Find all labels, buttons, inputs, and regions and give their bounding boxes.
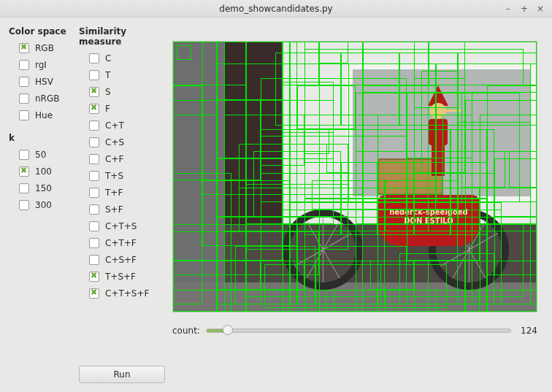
k-item[interactable]: 150 — [19, 181, 73, 196]
similarity-label: C+T+S — [105, 221, 137, 231]
k-label: 150 — [35, 183, 52, 193]
candidate-box — [173, 42, 246, 85]
color-space-item[interactable]: nRGB — [19, 91, 73, 106]
similarity-item[interactable]: C+F — [89, 152, 166, 166]
similarity-checkbox[interactable] — [89, 171, 99, 181]
candidate-box — [283, 290, 326, 312]
right-panel: nederck-speelgoedDON ESTILO count: 124 — [172, 26, 543, 383]
left-panel: Color space RGBrgIHSVnRGBHue k 501001503… — [9, 26, 166, 383]
similarity-label: C+S — [105, 137, 124, 147]
k-heading: k — [9, 133, 73, 143]
similarity-label: C+T+S+F — [105, 288, 149, 299]
color-space-heading: Color space — [9, 26, 73, 36]
similarity-item[interactable]: C+T+F — [89, 236, 166, 250]
similarity-item[interactable]: T+S+F — [89, 269, 166, 284]
run-button[interactable]: Run — [79, 366, 165, 383]
similarity-heading: Similarity measure — [79, 26, 166, 47]
similarity-checkbox[interactable] — [89, 221, 99, 231]
candidate-box — [429, 42, 537, 85]
candidate-box — [414, 261, 487, 312]
similarity-label: C+T+F — [105, 238, 137, 248]
count-value: 124 — [517, 326, 537, 336]
similarity-item[interactable]: T+F — [89, 185, 166, 200]
similarity-checkbox[interactable] — [89, 120, 99, 131]
similarity-item[interactable]: C+S — [89, 135, 166, 150]
similarity-checkbox[interactable] — [89, 70, 99, 80]
color-space-item[interactable]: rgI — [19, 58, 73, 72]
similarity-label: C — [105, 53, 111, 64]
similarity-checkbox[interactable] — [89, 288, 99, 299]
similarity-checkbox[interactable] — [89, 137, 99, 147]
color-space-checkbox[interactable] — [19, 60, 29, 70]
candidate-image: nederck-speelgoedDON ESTILO — [172, 41, 537, 312]
similarity-group: Similarity measure CTSFC+TC+SC+FT+ST+FS+… — [79, 26, 166, 303]
count-slider-thumb[interactable] — [223, 325, 233, 335]
color-space-item[interactable]: HSV — [19, 74, 73, 89]
color-space-checkbox[interactable] — [19, 110, 29, 120]
k-checkbox[interactable] — [19, 183, 29, 193]
similarity-label: T+F — [105, 188, 123, 198]
count-label: count: — [172, 326, 200, 336]
similarity-checkbox[interactable] — [89, 87, 99, 97]
candidate-box — [509, 151, 537, 188]
color-space-checkbox[interactable] — [19, 93, 29, 104]
similarity-label: F — [105, 104, 110, 114]
similarity-item[interactable]: C+T+S — [89, 219, 166, 234]
color-space-label: nRGB — [35, 93, 59, 104]
similarity-checkbox[interactable] — [89, 272, 99, 282]
similarity-item[interactable]: C — [89, 51, 166, 66]
color-space-item[interactable]: RGB — [19, 41, 73, 55]
color-space-checkbox[interactable] — [19, 77, 29, 87]
k-checkbox[interactable] — [19, 166, 29, 177]
run-button-label: Run — [113, 369, 130, 380]
candidate-box — [487, 261, 537, 312]
similarity-item[interactable]: S — [89, 85, 166, 99]
candidate-box — [217, 261, 261, 290]
similarity-label: S — [105, 87, 111, 97]
color-space-label: HSV — [35, 77, 53, 87]
candidate-box — [461, 151, 505, 188]
similarity-item[interactable]: C+S+F — [89, 253, 166, 267]
candidate-box — [356, 93, 407, 224]
similarity-label: C+T — [105, 120, 124, 131]
similarity-checkbox[interactable] — [89, 204, 99, 215]
color-space-checkbox[interactable] — [19, 43, 29, 53]
similarity-item[interactable]: C+T — [89, 118, 166, 133]
color-space-group: Color space RGBrgIHSVnRGBHue k 501001503… — [9, 26, 73, 303]
similarity-item[interactable]: S+F — [89, 202, 166, 217]
similarity-item[interactable]: T+S — [89, 169, 166, 183]
candidate-box — [414, 107, 458, 224]
window-titlebar: demo_showcandidates.py – + × — [0, 0, 552, 18]
color-space-label: RGB — [35, 43, 54, 53]
similarity-checkbox[interactable] — [89, 104, 99, 114]
k-checkbox[interactable] — [19, 150, 29, 160]
candidate-box — [370, 261, 414, 290]
count-slider-row: count: 124 — [172, 326, 537, 336]
similarity-checkbox[interactable] — [89, 188, 99, 198]
content-area: Color space RGBrgIHSVnRGBHue k 501001503… — [0, 18, 552, 392]
k-label: 50 — [35, 150, 46, 160]
similarity-item[interactable]: F — [89, 101, 166, 116]
similarity-label: T+S+F — [105, 272, 136, 282]
k-item[interactable]: 50 — [19, 147, 73, 162]
k-item[interactable]: 100 — [19, 164, 73, 179]
candidate-box — [261, 261, 304, 290]
similarity-item[interactable]: C+T+S+F — [89, 286, 166, 301]
color-space-label: Hue — [35, 110, 53, 120]
count-slider[interactable] — [206, 328, 511, 333]
similarity-checkbox[interactable] — [89, 154, 99, 164]
window-title: demo_showcandidates.py — [0, 4, 552, 14]
similarity-checkbox[interactable] — [89, 255, 99, 265]
similarity-checkbox[interactable] — [89, 238, 99, 248]
similarity-label: T — [105, 70, 110, 80]
similarity-label: T+S — [105, 171, 123, 181]
candidate-box — [334, 290, 377, 312]
similarity-item[interactable]: T — [89, 68, 166, 82]
similarity-checkbox[interactable] — [89, 53, 99, 64]
candidate-box — [319, 42, 348, 64]
k-label: 100 — [35, 166, 52, 177]
color-space-item[interactable]: Hue — [19, 108, 73, 123]
similarity-label: C+S+F — [105, 255, 137, 265]
k-item[interactable]: 300 — [19, 198, 73, 212]
k-checkbox[interactable] — [19, 200, 29, 210]
